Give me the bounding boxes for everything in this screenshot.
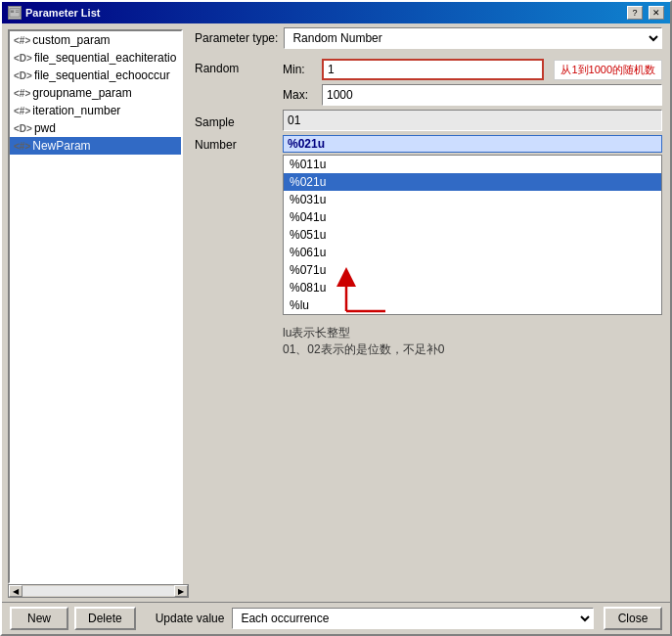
title-bar-left: Parameter List bbox=[8, 6, 100, 20]
annotation-line1: lu表示长整型 bbox=[283, 325, 662, 341]
max-label: Max: bbox=[283, 88, 318, 102]
tree-icon: <#> bbox=[14, 106, 30, 116]
number-section: %011u %021u %031u %041u %051u %061u %071… bbox=[283, 135, 662, 358]
sample-value: 01 bbox=[283, 110, 662, 131]
min-label: Min: bbox=[283, 63, 318, 76]
random-fields: Min: 从1到1000的随机数 Max: bbox=[283, 59, 662, 106]
close-button[interactable]: ✕ bbox=[649, 6, 664, 20]
number-input[interactable] bbox=[283, 135, 662, 153]
svg-rect-1 bbox=[11, 10, 14, 13]
annotation-line2: 01、02表示的是位数，不足补0 bbox=[283, 341, 662, 358]
tree-item-pwd[interactable]: <D> pwd bbox=[10, 119, 181, 137]
number-label: Number bbox=[195, 135, 283, 152]
tree-label: file_sequential_eachiteratio bbox=[34, 51, 176, 65]
bottom-bar: New Delete Update value Each occurrence … bbox=[2, 602, 670, 634]
tree-icon: <#> bbox=[14, 35, 30, 46]
close-button-area: Close bbox=[604, 607, 662, 630]
max-input[interactable] bbox=[322, 84, 662, 106]
tree-label: custom_param bbox=[32, 33, 110, 47]
sample-label: Sample bbox=[195, 113, 283, 129]
min-max-annotation: 从1到1000的随机数 bbox=[554, 60, 662, 80]
tree-icon: <D> bbox=[14, 53, 32, 64]
annotation-area: lu表示长整型 01、02表示的是位数，不足补0 bbox=[283, 321, 662, 358]
delete-button[interactable]: Delete bbox=[74, 607, 136, 630]
parameter-tree: <#> custom_param <D> file_sequential_eac… bbox=[8, 29, 183, 584]
title-bar: Parameter List ? ✕ bbox=[2, 2, 670, 23]
bottom-left-buttons: New Delete bbox=[10, 607, 136, 630]
sample-row: Sample 01 bbox=[195, 110, 662, 131]
svg-rect-3 bbox=[16, 12, 19, 13]
tree-item-newparam[interactable]: <#> NewParam bbox=[10, 137, 181, 155]
number-row: Number %011u %021u %031u %041u %051u %06… bbox=[195, 135, 662, 598]
dropdown-item-selected[interactable]: %021u bbox=[284, 173, 661, 191]
tree-item-iteration[interactable]: <#> iteration_number bbox=[10, 102, 181, 119]
window-title: Parameter List bbox=[25, 7, 100, 19]
scroll-left-btn[interactable]: ◀ bbox=[9, 585, 22, 597]
close-dialog-button[interactable]: Close bbox=[604, 607, 662, 630]
tree-item-groupname[interactable]: <#> groupname_param bbox=[10, 84, 181, 102]
update-select[interactable]: Each occurrence Each iteration Once bbox=[232, 608, 594, 629]
update-row: Update value Each occurrence Each iterat… bbox=[156, 608, 594, 629]
window-content: <#> custom_param <D> file_sequential_eac… bbox=[2, 23, 670, 602]
tree-icon: <#> bbox=[14, 141, 30, 152]
title-buttons: ? ✕ bbox=[627, 6, 664, 20]
update-label: Update value bbox=[156, 612, 225, 625]
help-button[interactable]: ? bbox=[627, 6, 643, 20]
tree-icon: <D> bbox=[14, 70, 32, 81]
max-row: Max: bbox=[283, 84, 662, 106]
svg-rect-2 bbox=[16, 10, 19, 11]
red-arrow-icon bbox=[336, 267, 395, 316]
dropdown-item[interactable]: %051u bbox=[284, 226, 661, 244]
tree-label: iteration_number bbox=[32, 104, 120, 117]
tree-label: groupname_param bbox=[32, 86, 131, 100]
param-type-label: Parameter type: bbox=[195, 31, 278, 45]
tree-label: pwd bbox=[34, 121, 56, 135]
dropdown-item[interactable]: %061u bbox=[284, 244, 661, 261]
min-row: Min: 从1到1000的随机数 bbox=[283, 59, 662, 80]
random-row: Random Min: 从1到1000的随机数 Max: bbox=[195, 59, 662, 106]
dropdown-item[interactable]: %011u bbox=[284, 156, 661, 173]
annotation-text: lu表示长整型 01、02表示的是位数，不足补0 bbox=[283, 325, 662, 358]
param-type-row: Parameter type: Random Number bbox=[195, 27, 662, 49]
scroll-right-btn[interactable]: ▶ bbox=[174, 585, 188, 597]
min-input[interactable] bbox=[322, 59, 544, 80]
tree-item-custom-param[interactable]: <#> custom_param bbox=[10, 31, 181, 49]
new-button[interactable]: New bbox=[10, 607, 68, 630]
tree-icon: <#> bbox=[14, 88, 30, 99]
tree-label: NewParam bbox=[32, 139, 90, 153]
right-panel: Parameter type: Random Number Random Min… bbox=[189, 23, 670, 602]
param-type-select[interactable]: Random Number bbox=[284, 27, 662, 49]
window-icon bbox=[8, 6, 22, 20]
tree-label: file_sequential_echooccur bbox=[34, 68, 170, 82]
parameter-list-window: Parameter List ? ✕ <#> custom_param <D> … bbox=[0, 0, 672, 636]
dropdown-item[interactable]: %031u bbox=[284, 191, 661, 208]
tree-item-file-echo[interactable]: <D> file_sequential_echooccur bbox=[10, 67, 181, 84]
tree-icon: <D> bbox=[14, 123, 32, 134]
random-label: Random bbox=[195, 59, 283, 75]
dropdown-item[interactable]: %041u bbox=[284, 208, 661, 226]
tree-item-file-seq[interactable]: <D> file_sequential_eachiteratio bbox=[10, 49, 181, 67]
